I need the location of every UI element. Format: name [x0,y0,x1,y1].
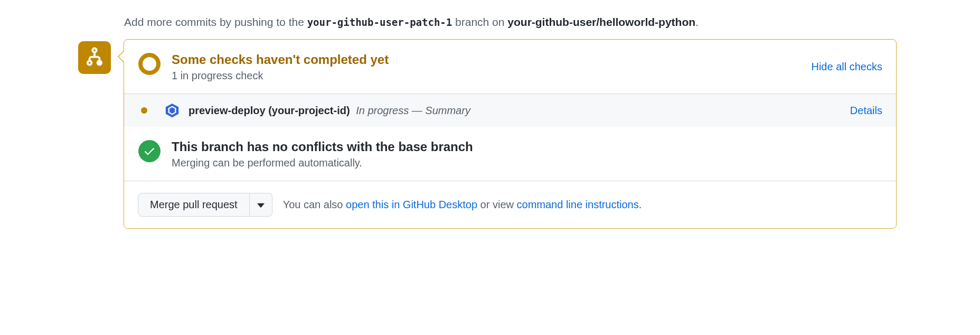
merge-pull-request-button[interactable]: Merge pull request [138,193,250,217]
checks-title: Some checks haven't completed yet [172,51,800,68]
check-status-text: In progress — Summary [356,105,470,116]
pending-dot-icon [141,107,147,114]
branch-name: your-github-user-patch-1 [307,16,453,28]
hide-all-checks-link[interactable]: Hide all checks [811,61,882,73]
merge-status-title: This branch has no conflicts with the ba… [172,138,882,155]
success-status-icon [138,139,161,163]
checks-subtitle: 1 in progress check [172,70,800,82]
checks-summary-section: Some checks haven't completed yet 1 in p… [124,40,896,94]
merge-button-group: Merge pull request [138,193,272,217]
google-cloud-build-icon [164,103,180,118]
open-github-desktop-link[interactable]: open this in GitHub Desktop [346,199,477,210]
git-branch-badge [78,41,111,74]
command-line-instructions-link[interactable]: command line instructions [517,199,639,210]
merge-actions-section: Merge pull request You can also open thi… [124,181,896,228]
merge-alternatives-text: You can also open this in GitHub Desktop… [283,199,642,211]
merge-status-box: Some checks haven't completed yet 1 in p… [124,39,897,229]
check-item-row: preview-deploy (your-project-id) In prog… [124,94,896,127]
check-details-link[interactable]: Details [850,105,882,117]
merge-options-dropdown[interactable] [250,193,272,217]
merge-status-subtitle: Merging can be performed automatically. [172,157,882,169]
caret-down-icon [257,199,265,211]
pending-status-icon [138,52,161,76]
repo-name: your-github-user/helloworld-python [507,16,695,28]
push-commits-hint: Add more commits by pushing to the your-… [124,16,897,29]
git-branch-icon [84,46,105,70]
merge-conflict-section: This branch has no conflicts with the ba… [124,127,896,181]
check-name: preview-deploy (your-project-id) [189,105,350,116]
